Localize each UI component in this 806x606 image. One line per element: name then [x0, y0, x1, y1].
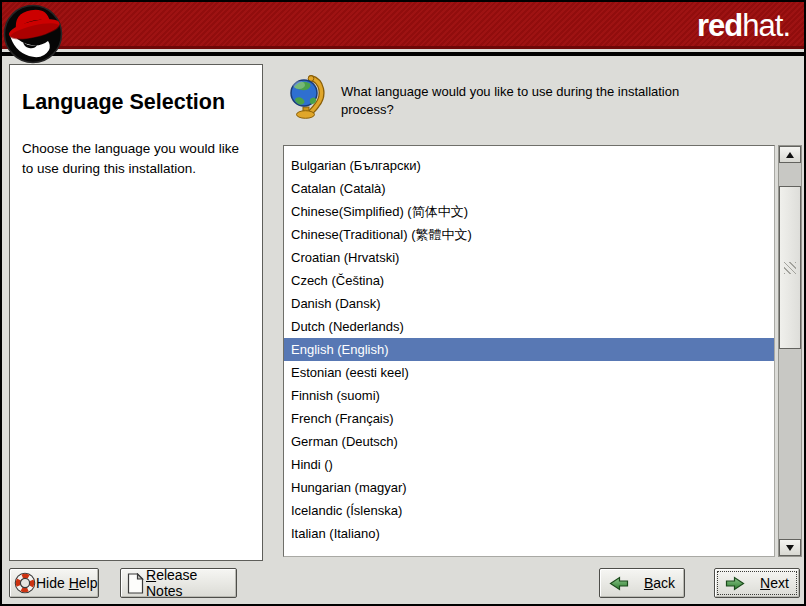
list-item[interactable]: Czech (Čeština): [284, 269, 774, 292]
scroll-up-icon: [786, 152, 794, 158]
list-item[interactable]: Icelandic (Íslenska): [284, 499, 774, 522]
list-item[interactable]: Chinese(Simplified) (简体中文): [284, 200, 774, 223]
list-item[interactable]: Italian (Italiano): [284, 522, 774, 545]
list-item[interactable]: Estonian (eesti keel): [284, 361, 774, 384]
list-item-label: Chinese(Simplified) (简体中文): [291, 203, 468, 221]
list-item[interactable]: Croatian (Hrvatski): [284, 246, 774, 269]
list-item[interactable]: Hungarian (magyar): [284, 476, 774, 499]
release-notes-button[interactable]: Release Notes: [120, 568, 237, 598]
list-item-label: Danish (Dansk): [291, 296, 381, 311]
page-title: Language Selection: [22, 89, 250, 115]
list-item[interactable]: French (Français): [284, 407, 774, 430]
list-item-label: Estonian (eesti keel): [291, 365, 409, 380]
next-button[interactable]: Next: [714, 568, 800, 598]
list-item[interactable]: Bulgarian (Български): [284, 154, 774, 177]
list-item[interactable]: Dutch (Nederlands): [284, 315, 774, 338]
language-list[interactable]: Bulgarian (Български)Catalan (Català)Chi…: [283, 145, 775, 557]
life-ring-icon: [14, 572, 36, 594]
list-scrollbar[interactable]: [778, 145, 802, 557]
installer-window: redhat. Language Selection Choose the la…: [0, 0, 806, 606]
hide-help-label: Hide Help: [36, 575, 98, 591]
next-label: Next: [760, 575, 789, 591]
scrollbar-thumb[interactable]: [779, 186, 801, 349]
redhat-shadowman-icon: [3, 4, 63, 64]
list-item-label: Hindi (): [291, 457, 333, 472]
list-item[interactable]: Chinese(Traditional) (繁體中文): [284, 223, 774, 246]
list-item-label: French (Français): [291, 411, 394, 426]
back-label: Back: [644, 575, 675, 591]
banner-separator: [2, 52, 804, 56]
list-item[interactable]: German (Deutsch): [284, 430, 774, 453]
scroll-down-icon: [786, 545, 794, 551]
scroll-down-button[interactable]: [779, 539, 801, 556]
list-item-label: Bulgarian (Български): [291, 158, 421, 173]
list-item-label: Dutch (Nederlands): [291, 319, 404, 334]
list-item-label: Italian (Italiano): [291, 526, 380, 541]
list-item-label: Catalan (Català): [291, 181, 386, 196]
release-notes-label: Release Notes: [146, 567, 236, 599]
question-text: What language would you like to use duri…: [341, 83, 703, 119]
list-item-label: Chinese(Traditional) (繁體中文): [291, 226, 472, 244]
banner: [2, 2, 804, 49]
wordmark-bold: red: [697, 8, 742, 43]
list-item-label: Czech (Čeština): [291, 273, 384, 288]
list-item[interactable]: Finnish (suomi): [284, 384, 774, 407]
list-item-label: Icelandic (Íslenska): [291, 503, 402, 518]
hide-help-button[interactable]: Hide Help: [9, 568, 99, 598]
list-item-label: Finnish (suomi): [291, 388, 380, 403]
green-arrow-right-icon: [725, 576, 745, 591]
scrollbar-grip-icon: [784, 262, 796, 274]
green-arrow-left-icon: [609, 576, 629, 591]
help-panel: Language Selection Choose the language y…: [9, 64, 263, 561]
list-item-label: English (English): [291, 342, 389, 357]
help-text: Choose the language you would like to us…: [22, 139, 250, 179]
redhat-wordmark: redhat.: [697, 8, 790, 44]
list-item[interactable]: English (English): [284, 338, 774, 361]
wordmark-light: hat.: [742, 8, 790, 43]
list-item[interactable]: Catalan (Català): [284, 177, 774, 200]
list-item-label: German (Deutsch): [291, 434, 398, 449]
list-item[interactable]: Hindi (): [284, 453, 774, 476]
globe-icon: [288, 74, 325, 119]
document-icon: [127, 573, 144, 594]
back-button[interactable]: Back: [599, 568, 685, 598]
list-item-label: Hungarian (magyar): [291, 480, 407, 495]
scroll-up-button[interactable]: [779, 146, 801, 163]
list-item-label: Croatian (Hrvatski): [291, 250, 399, 265]
list-item[interactable]: Danish (Dansk): [284, 292, 774, 315]
